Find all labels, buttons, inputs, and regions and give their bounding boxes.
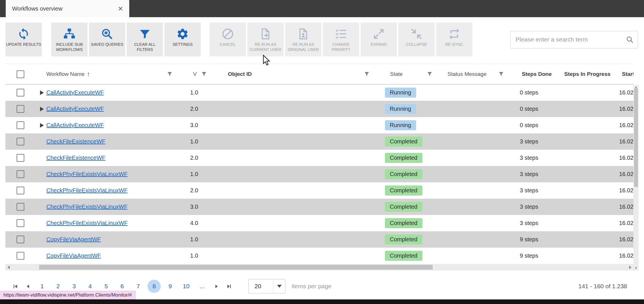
state-badge: Completed <box>385 153 422 163</box>
column-header-started[interactable]: Started <box>613 71 633 77</box>
column-header-status-message[interactable]: Status Message <box>437 71 512 77</box>
workflow-name-link[interactable]: CallActivityExecuteWF <box>46 106 104 112</box>
workflow-name-link[interactable]: CheckFileExistenceWF <box>46 138 106 145</box>
column-header-steps-done[interactable]: Steps Done <box>512 71 561 77</box>
steps-done-cell: 3 steps <box>512 220 561 226</box>
vertical-scrollbar-thumb[interactable] <box>634 88 638 187</box>
state-badge: Running <box>385 104 416 114</box>
horizontal-scrollbar-thumb[interactable] <box>39 265 433 270</box>
object-id-filter-icon[interactable] <box>364 72 369 77</box>
table-row: CheckPhyFileExistsViaLinuxWF 4.0 Complet… <box>5 215 633 231</box>
column-header-workflow-name[interactable]: Workflow Name ↑ <box>35 70 180 78</box>
row-checkbox[interactable] <box>17 170 24 178</box>
status-message-filter-icon[interactable] <box>498 72 504 77</box>
version-filter-icon[interactable] <box>201 72 207 77</box>
state-cell: Completed <box>380 218 437 228</box>
select-all-checkbox[interactable] <box>17 70 24 78</box>
row-checkbox[interactable] <box>17 203 24 211</box>
steps-in-progress-header-label: Steps In Progress <box>564 71 611 77</box>
scroll-down-icon[interactable]: ▼ <box>633 267 639 270</box>
column-header-object-id[interactable]: Object ID <box>217 71 380 77</box>
row-checkbox[interactable] <box>17 154 24 162</box>
rerun-original-user-icon <box>297 26 310 41</box>
page-size-value: 20 <box>249 283 273 290</box>
row-checkbox[interactable] <box>17 187 24 194</box>
state-cell: Completed <box>380 153 437 163</box>
workflow-name-link[interactable]: CheckPhyFileExistsViaLinuxWF <box>46 220 128 226</box>
update-results-button[interactable]: UPDATE RESULTS <box>5 23 42 56</box>
tab-workflows-overview[interactable]: Workflows overview × <box>6 0 129 17</box>
top-bar: Workflows overview × <box>0 0 644 17</box>
table-row: CallActivityExecuteWF 1.0 Running 0 step… <box>5 84 633 101</box>
row-checkbox[interactable] <box>17 252 24 260</box>
column-header-state[interactable]: State <box>380 71 437 77</box>
page-ellipsis[interactable]: ... <box>196 280 209 293</box>
row-select-cell <box>5 170 35 178</box>
row-checkbox[interactable] <box>17 105 24 113</box>
row-checkbox[interactable] <box>17 121 24 129</box>
workflow-name-link[interactable]: CheckFileExistenceWF <box>46 155 106 161</box>
workflow-name-cell: CheckPhyFileExistsViaLinuxWF <box>35 187 180 194</box>
started-cell: 16.02 <box>613 187 633 194</box>
dropdown-caret-box[interactable] <box>273 279 285 293</box>
include-sub-workflows-button[interactable]: INCLUDE SUB WORKFLOWS <box>51 23 88 56</box>
settings-button[interactable]: SETTINGS <box>164 23 201 56</box>
column-header-version[interactable]: V <box>180 71 217 77</box>
workflow-name-link[interactable]: CheckPhyFileExistsViaLinuxWF <box>46 187 128 194</box>
workflow-name-link[interactable]: CopyFileViaAgentWF <box>46 236 101 243</box>
expand-arrow-icon[interactable] <box>40 107 44 111</box>
sort-ascending-icon[interactable]: ↑ <box>87 70 90 78</box>
row-checkbox[interactable] <box>17 138 24 145</box>
page-button-9[interactable]: 9 <box>164 280 177 293</box>
workflow-name-cell: CheckFileExistenceWF <box>35 155 180 161</box>
page-size-dropdown[interactable]: 20 <box>249 279 285 293</box>
workflow-name-link[interactable]: CopyFileViaAgentWF <box>46 252 101 259</box>
horizontal-scrollbar[interactable] <box>5 264 633 271</box>
toolbar: UPDATE RESULTS INCLUDE SUB WORKFLOWS SAV… <box>0 17 644 56</box>
started-cell: 16.02 <box>613 89 633 96</box>
table-body: CallActivityExecuteWF 1.0 Running 0 step… <box>5 84 633 264</box>
search-icon[interactable] <box>626 36 634 44</box>
collapse-label: COLLAPSE <box>406 42 427 47</box>
workflow-name-link[interactable]: CheckPhyFileExistsViaLinuxWF <box>46 204 128 210</box>
expand-arrow-icon[interactable] <box>40 90 44 95</box>
change-priority-label: CHANGE PRIORITY <box>323 42 359 52</box>
page-button-8[interactable]: 8 <box>148 280 161 293</box>
row-checkbox[interactable] <box>17 89 24 96</box>
object-id-header-label: Object ID <box>228 71 252 77</box>
workflow-name-link[interactable]: CheckPhyFileExistsViaLinuxWF <box>46 171 128 177</box>
collapse-icon <box>410 26 423 41</box>
workflow-name-filter-icon[interactable] <box>167 72 172 77</box>
change-priority-button: CHANGE PRIORITY <box>323 23 359 56</box>
saved-queries-button[interactable]: SAVED QUERIES <box>89 23 125 56</box>
page-button-10[interactable]: 10 <box>180 280 193 293</box>
state-filter-icon[interactable] <box>427 72 432 77</box>
vertical-scrollbar[interactable]: ▲ ▼ <box>633 85 639 271</box>
scroll-left-icon[interactable] <box>7 266 10 269</box>
started-cell: 16.02 <box>613 204 633 210</box>
tab-close-icon[interactable]: × <box>118 4 123 13</box>
row-checkbox[interactable] <box>17 236 24 243</box>
include-sub-workflows-label: INCLUDE SUB WORKFLOWS <box>51 42 88 52</box>
expand-arrow-icon[interactable] <box>40 123 44 128</box>
scroll-right-icon[interactable] <box>629 266 631 269</box>
clear-all-filters-button[interactable]: CLEAR ALL FILTERS <box>127 23 163 56</box>
state-badge: Completed <box>385 185 422 196</box>
search-gear-icon <box>101 26 114 41</box>
row-select-cell <box>5 121 35 129</box>
row-checkbox[interactable] <box>17 219 24 227</box>
version-header-label: V <box>193 71 197 77</box>
workflow-name-link[interactable]: CallActivityExecuteWF <box>46 122 104 129</box>
workflow-name-cell: CheckFileExistenceWF <box>35 138 180 145</box>
column-header-steps-in-progress[interactable]: Steps In Progress <box>561 71 613 77</box>
steps-done-cell: 3 steps <box>512 187 561 194</box>
search-input[interactable] <box>516 36 626 43</box>
workflow-name-cell: CallActivityExecuteWF <box>35 89 180 96</box>
state-badge: Completed <box>385 218 422 228</box>
items-per-page-label: items per page <box>292 283 331 290</box>
workflow-name-link[interactable]: CallActivityExecuteWF <box>46 89 104 96</box>
table-row: CheckFileExistenceWF 1.0 Completed 3 ste… <box>5 133 633 150</box>
last-page-button[interactable] <box>223 280 235 293</box>
steps-done-cell: 0 steps <box>512 122 561 129</box>
next-page-button[interactable] <box>210 280 223 293</box>
